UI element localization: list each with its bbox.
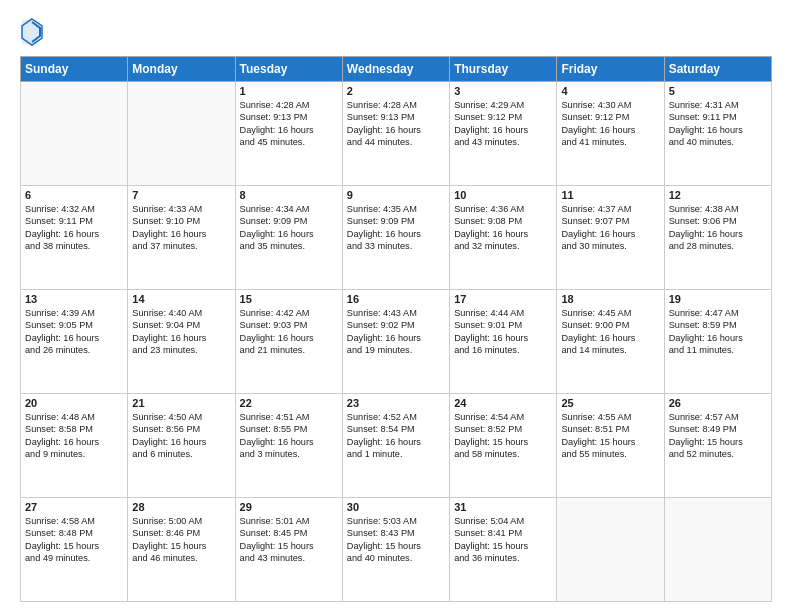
day-number: 23 (347, 397, 445, 409)
cell-content: Sunrise: 4:45 AM Sunset: 9:00 PM Dayligh… (561, 307, 659, 357)
calendar-cell: 12Sunrise: 4:38 AM Sunset: 9:06 PM Dayli… (664, 186, 771, 290)
day-number: 12 (669, 189, 767, 201)
cell-content: Sunrise: 4:38 AM Sunset: 9:06 PM Dayligh… (669, 203, 767, 253)
calendar-cell: 6Sunrise: 4:32 AM Sunset: 9:11 PM Daylig… (21, 186, 128, 290)
cell-content: Sunrise: 4:58 AM Sunset: 8:48 PM Dayligh… (25, 515, 123, 565)
day-number: 6 (25, 189, 123, 201)
calendar-cell: 28Sunrise: 5:00 AM Sunset: 8:46 PM Dayli… (128, 498, 235, 602)
weekday-header-friday: Friday (557, 57, 664, 82)
day-number: 5 (669, 85, 767, 97)
cell-content: Sunrise: 4:34 AM Sunset: 9:09 PM Dayligh… (240, 203, 338, 253)
page: SundayMondayTuesdayWednesdayThursdayFrid… (0, 0, 792, 612)
cell-content: Sunrise: 4:42 AM Sunset: 9:03 PM Dayligh… (240, 307, 338, 357)
calendar-cell: 30Sunrise: 5:03 AM Sunset: 8:43 PM Dayli… (342, 498, 449, 602)
cell-content: Sunrise: 4:36 AM Sunset: 9:08 PM Dayligh… (454, 203, 552, 253)
day-number: 27 (25, 501, 123, 513)
day-number: 29 (240, 501, 338, 513)
calendar-cell: 18Sunrise: 4:45 AM Sunset: 9:00 PM Dayli… (557, 290, 664, 394)
calendar-cell: 14Sunrise: 4:40 AM Sunset: 9:04 PM Dayli… (128, 290, 235, 394)
calendar-cell: 25Sunrise: 4:55 AM Sunset: 8:51 PM Dayli… (557, 394, 664, 498)
day-number: 4 (561, 85, 659, 97)
calendar-table: SundayMondayTuesdayWednesdayThursdayFrid… (20, 56, 772, 602)
calendar-cell: 16Sunrise: 4:43 AM Sunset: 9:02 PM Dayli… (342, 290, 449, 394)
cell-content: Sunrise: 4:28 AM Sunset: 9:13 PM Dayligh… (240, 99, 338, 149)
calendar-cell: 2Sunrise: 4:28 AM Sunset: 9:13 PM Daylig… (342, 82, 449, 186)
day-number: 28 (132, 501, 230, 513)
day-number: 13 (25, 293, 123, 305)
calendar-cell: 21Sunrise: 4:50 AM Sunset: 8:56 PM Dayli… (128, 394, 235, 498)
cell-content: Sunrise: 4:50 AM Sunset: 8:56 PM Dayligh… (132, 411, 230, 461)
weekday-header-saturday: Saturday (664, 57, 771, 82)
calendar-cell: 31Sunrise: 5:04 AM Sunset: 8:41 PM Dayli… (450, 498, 557, 602)
day-number: 24 (454, 397, 552, 409)
day-number: 17 (454, 293, 552, 305)
calendar-cell: 15Sunrise: 4:42 AM Sunset: 9:03 PM Dayli… (235, 290, 342, 394)
cell-content: Sunrise: 4:47 AM Sunset: 8:59 PM Dayligh… (669, 307, 767, 357)
day-number: 16 (347, 293, 445, 305)
cell-content: Sunrise: 5:03 AM Sunset: 8:43 PM Dayligh… (347, 515, 445, 565)
calendar-cell: 23Sunrise: 4:52 AM Sunset: 8:54 PM Dayli… (342, 394, 449, 498)
cell-content: Sunrise: 4:55 AM Sunset: 8:51 PM Dayligh… (561, 411, 659, 461)
calendar-cell: 29Sunrise: 5:01 AM Sunset: 8:45 PM Dayli… (235, 498, 342, 602)
calendar-cell: 10Sunrise: 4:36 AM Sunset: 9:08 PM Dayli… (450, 186, 557, 290)
day-number: 1 (240, 85, 338, 97)
day-number: 15 (240, 293, 338, 305)
cell-content: Sunrise: 4:37 AM Sunset: 9:07 PM Dayligh… (561, 203, 659, 253)
logo-icon (20, 18, 44, 46)
calendar-cell (21, 82, 128, 186)
calendar-cell: 7Sunrise: 4:33 AM Sunset: 9:10 PM Daylig… (128, 186, 235, 290)
cell-content: Sunrise: 4:57 AM Sunset: 8:49 PM Dayligh… (669, 411, 767, 461)
cell-content: Sunrise: 4:28 AM Sunset: 9:13 PM Dayligh… (347, 99, 445, 149)
cell-content: Sunrise: 4:43 AM Sunset: 9:02 PM Dayligh… (347, 307, 445, 357)
day-number: 18 (561, 293, 659, 305)
cell-content: Sunrise: 4:33 AM Sunset: 9:10 PM Dayligh… (132, 203, 230, 253)
day-number: 21 (132, 397, 230, 409)
calendar-cell (128, 82, 235, 186)
cell-content: Sunrise: 4:40 AM Sunset: 9:04 PM Dayligh… (132, 307, 230, 357)
weekday-header-thursday: Thursday (450, 57, 557, 82)
cell-content: Sunrise: 4:39 AM Sunset: 9:05 PM Dayligh… (25, 307, 123, 357)
calendar-cell: 4Sunrise: 4:30 AM Sunset: 9:12 PM Daylig… (557, 82, 664, 186)
calendar-cell: 9Sunrise: 4:35 AM Sunset: 9:09 PM Daylig… (342, 186, 449, 290)
calendar-cell: 20Sunrise: 4:48 AM Sunset: 8:58 PM Dayli… (21, 394, 128, 498)
day-number: 30 (347, 501, 445, 513)
calendar-cell: 27Sunrise: 4:58 AM Sunset: 8:48 PM Dayli… (21, 498, 128, 602)
cell-content: Sunrise: 5:01 AM Sunset: 8:45 PM Dayligh… (240, 515, 338, 565)
cell-content: Sunrise: 4:48 AM Sunset: 8:58 PM Dayligh… (25, 411, 123, 461)
day-number: 20 (25, 397, 123, 409)
calendar-cell: 22Sunrise: 4:51 AM Sunset: 8:55 PM Dayli… (235, 394, 342, 498)
calendar-cell: 8Sunrise: 4:34 AM Sunset: 9:09 PM Daylig… (235, 186, 342, 290)
calendar-cell: 17Sunrise: 4:44 AM Sunset: 9:01 PM Dayli… (450, 290, 557, 394)
weekday-header-tuesday: Tuesday (235, 57, 342, 82)
cell-content: Sunrise: 5:00 AM Sunset: 8:46 PM Dayligh… (132, 515, 230, 565)
calendar-cell: 13Sunrise: 4:39 AM Sunset: 9:05 PM Dayli… (21, 290, 128, 394)
calendar-cell: 19Sunrise: 4:47 AM Sunset: 8:59 PM Dayli… (664, 290, 771, 394)
calendar-cell: 5Sunrise: 4:31 AM Sunset: 9:11 PM Daylig… (664, 82, 771, 186)
cell-content: Sunrise: 4:44 AM Sunset: 9:01 PM Dayligh… (454, 307, 552, 357)
day-number: 31 (454, 501, 552, 513)
day-number: 8 (240, 189, 338, 201)
day-number: 22 (240, 397, 338, 409)
cell-content: Sunrise: 4:29 AM Sunset: 9:12 PM Dayligh… (454, 99, 552, 149)
header (20, 18, 772, 46)
day-number: 19 (669, 293, 767, 305)
cell-content: Sunrise: 4:30 AM Sunset: 9:12 PM Dayligh… (561, 99, 659, 149)
cell-content: Sunrise: 4:52 AM Sunset: 8:54 PM Dayligh… (347, 411, 445, 461)
calendar-cell: 26Sunrise: 4:57 AM Sunset: 8:49 PM Dayli… (664, 394, 771, 498)
day-number: 10 (454, 189, 552, 201)
calendar-cell (664, 498, 771, 602)
calendar-cell: 1Sunrise: 4:28 AM Sunset: 9:13 PM Daylig… (235, 82, 342, 186)
day-number: 11 (561, 189, 659, 201)
logo (20, 18, 48, 46)
calendar-cell (557, 498, 664, 602)
cell-content: Sunrise: 4:31 AM Sunset: 9:11 PM Dayligh… (669, 99, 767, 149)
day-number: 3 (454, 85, 552, 97)
cell-content: Sunrise: 4:35 AM Sunset: 9:09 PM Dayligh… (347, 203, 445, 253)
weekday-header-monday: Monday (128, 57, 235, 82)
cell-content: Sunrise: 4:54 AM Sunset: 8:52 PM Dayligh… (454, 411, 552, 461)
calendar-cell: 24Sunrise: 4:54 AM Sunset: 8:52 PM Dayli… (450, 394, 557, 498)
weekday-header-wednesday: Wednesday (342, 57, 449, 82)
day-number: 14 (132, 293, 230, 305)
day-number: 9 (347, 189, 445, 201)
day-number: 2 (347, 85, 445, 97)
